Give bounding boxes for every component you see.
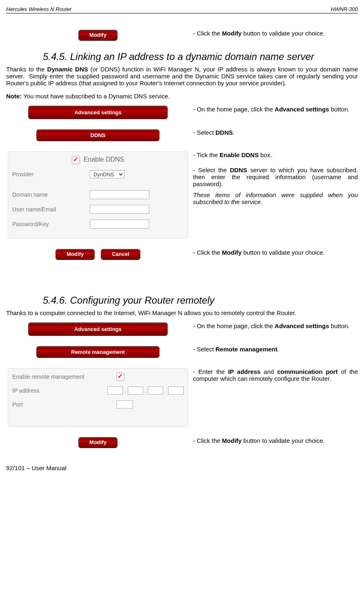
port-input[interactable] [116, 400, 133, 409]
instr-modify-2: - Click the Modify button to validate yo… [193, 249, 325, 256]
header-left: Hercules Wireless N Router [6, 6, 71, 12]
provider-dropdown[interactable]: DynDNS [90, 170, 124, 178]
section-546-intro: Thanks to a computer connected to the In… [6, 309, 358, 316]
ip-input-3[interactable] [148, 387, 163, 395]
instr-select-server: - Select the DDNS server to which you ha… [193, 167, 358, 187]
password-label: Password/Key [12, 221, 90, 227]
instr-home-advanced: - On the home page, click the Advanced s… [193, 106, 350, 113]
page-footer: 92/101 – User Manual [6, 464, 358, 471]
modify-button-2[interactable]: Modify [55, 249, 95, 260]
domain-input[interactable] [90, 190, 149, 199]
instr-enter-ip: - Enter the IP address and communication… [193, 368, 358, 382]
instr-tick-enable: - Tick the Enable DDNS box. [193, 151, 358, 158]
enable-ddns-label: Enable DDNS [84, 156, 124, 163]
section-545-intro: Thanks to the Dynamic DNS (or DDNS) func… [6, 66, 358, 87]
port-label: Port [12, 401, 116, 408]
ip-address-label: IP address [12, 387, 107, 394]
page-header: Hercules Wireless N Router HWNR-300 [6, 6, 358, 13]
checkmark-icon[interactable] [72, 156, 80, 164]
advanced-settings-button-2[interactable]: Advanced settings [28, 322, 168, 336]
section-545-note: Note: You must have subscribed to a Dyna… [6, 93, 358, 100]
instr-select-remote: - Select Remote management. [193, 346, 350, 353]
provider-label: Provider [12, 171, 90, 178]
username-label: User name/Email [12, 206, 90, 213]
advanced-settings-button[interactable]: Advanced settings [28, 106, 168, 119]
instr-modify-1: - Click the Modify button to validate yo… [193, 30, 325, 37]
instr-supplied-info: These items of information were supplied… [193, 191, 358, 205]
checkmark-icon-2[interactable] [116, 373, 124, 381]
instr-select-ddns: - Select DDNS. [193, 129, 350, 136]
remote-management-button[interactable]: Remote management [36, 346, 160, 358]
modify-button[interactable]: Modify [78, 30, 118, 41]
password-input[interactable] [90, 220, 149, 229]
ddns-panel: Enable DDNS Provider DynDNS Domain name … [8, 151, 188, 239]
domain-label: Domain name [12, 191, 90, 198]
instr-modify-3: - Click the Modify button to validate yo… [193, 437, 325, 444]
remote-panel: Enable remote management IP address . . … [8, 368, 188, 427]
cancel-button[interactable]: Cancel [101, 249, 140, 260]
ddns-button[interactable]: DDNS [36, 129, 160, 141]
username-input[interactable] [90, 205, 149, 214]
instr-home-advanced-2: - On the home page, click the Advanced s… [193, 322, 350, 329]
section-545-heading: 5.4.5. Linking an IP address to a dynami… [43, 51, 358, 62]
section-546-heading: 5.4.6. Configuring your Router remotely [43, 295, 358, 306]
ip-input-1[interactable] [107, 387, 123, 395]
ip-input-2[interactable] [128, 387, 143, 395]
modify-button-3[interactable]: Modify [78, 437, 118, 448]
ip-input-4[interactable] [168, 387, 184, 395]
enable-remote-label: Enable remote management [12, 373, 116, 380]
header-right: HWNR-300 [331, 6, 358, 12]
